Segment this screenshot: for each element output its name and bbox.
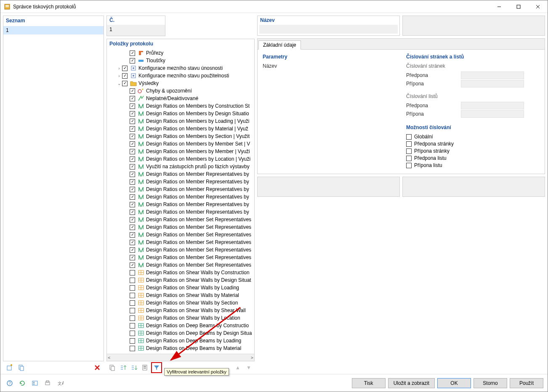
tree-item[interactable]: Design Ratios on Member Representatives … [107,208,254,216]
sheet-suffix-input[interactable] [461,110,524,118]
tree-item[interactable]: Design Ratios on Shear Walls by Material [107,291,254,299]
filter-button[interactable] [151,362,162,373]
tree-item[interactable]: Neplatné/Deaktivované [107,95,254,102]
tree-item[interactable]: ⌄Výsledky [107,79,254,87]
tree-item[interactable]: Design Ratios on Member Set Representati… [107,261,254,269]
move-down-button[interactable]: ▼ [244,363,254,373]
tree-item[interactable]: Design Ratios on Members by Design Situa… [107,110,254,117]
refresh-button[interactable] [17,378,27,388]
horizontal-scrollbar[interactable]: < > [107,354,254,361]
tree-checkbox[interactable] [130,134,135,139]
tree-body[interactable]: PrůřezyTloušťky›Konfigurace mezního stav… [107,49,254,354]
opt-sheet-prefix-chk[interactable] [406,156,412,161]
tree-item[interactable]: Design Ratios on Member Representatives … [107,185,254,193]
tree-item[interactable]: Design Ratios on Members by Material | V… [107,125,254,132]
tree-checkbox[interactable] [130,270,135,275]
tree-checkbox[interactable] [130,209,135,215]
tree-item[interactable]: Design Ratios on Deep Beams by Loading [107,337,254,344]
opt-page-suffix-chk[interactable] [406,148,412,154]
page-prefix-input[interactable] [461,72,524,79]
opt-global-chk[interactable] [406,134,412,140]
tree-item[interactable]: Design Ratios on Shear Walls by Design S… [107,276,254,284]
tree-item[interactable]: ›Konfigurace mezního stavu únosnosti [107,64,254,72]
name-input[interactable] [259,25,398,34]
tree-checkbox[interactable] [130,323,135,328]
page-suffix-input[interactable] [461,80,524,87]
copy-button[interactable] [16,363,27,373]
tree-item[interactable]: Využití na zástupcích prutů po fázích vý… [107,163,254,170]
print-button[interactable]: Tisk [352,378,386,388]
tree-item[interactable]: ›Konfigurace mezního stavu použitelnosti [107,72,254,79]
tree-checkbox[interactable] [130,285,135,291]
tree-checkbox[interactable] [130,346,135,351]
params-name-input[interactable] [263,72,380,80]
tree-item[interactable]: Design Ratios on Member Set Representati… [107,238,254,246]
maximize-button[interactable] [509,0,528,13]
tree-checkbox[interactable] [130,278,135,283]
toolbar-btn-3[interactable] [129,363,139,373]
toolbar-btn-2[interactable] [118,363,128,373]
tree-checkbox[interactable] [130,88,135,94]
opt-sheet-suffix-chk[interactable] [406,163,412,168]
tree-item[interactable]: Design Ratios on Member Set Representati… [107,216,254,223]
tree-checkbox[interactable] [122,81,128,86]
tree-checkbox[interactable] [130,308,135,313]
tree-item[interactable]: Design Ratios on Deep Beams by Material [107,344,254,352]
list-item[interactable]: 1 [3,26,104,34]
tree-item[interactable]: Design Ratios on Member Set Representati… [107,246,254,254]
expand-icon[interactable]: ⌄ [116,81,122,86]
tree-checkbox[interactable] [130,149,135,154]
opt-page-prefix-chk[interactable] [406,141,412,147]
tree-checkbox[interactable] [130,187,135,192]
tree-checkbox[interactable] [130,255,135,260]
tree-item[interactable]: Design Ratios on Member Set Representati… [107,231,254,238]
tree-checkbox[interactable] [130,262,135,268]
tree-item[interactable]: Design Ratios on Members by Location | V… [107,155,254,163]
move-up-button[interactable]: ▲ [233,363,243,373]
tree-checkbox[interactable] [130,96,135,101]
tree-checkbox[interactable] [130,194,135,200]
tree-item[interactable]: Design Ratios on Shear Walls by Loading [107,284,254,291]
tree-item[interactable]: Design Ratios on Members by Loading | Vy… [107,117,254,125]
tree-checkbox[interactable] [130,217,135,222]
tree-checkbox[interactable] [130,58,135,64]
tree-checkbox[interactable] [130,247,135,253]
save-show-button[interactable]: Uložit a zobrazit [388,378,435,388]
new-button[interactable] [5,363,15,373]
tree-checkbox[interactable] [122,66,128,71]
tree-item[interactable]: Chyby & upozornění [107,87,254,95]
tree-item[interactable]: Design Ratios on Member Set Representati… [107,223,254,231]
tree-item[interactable]: Design Ratios on Member Representatives … [107,193,254,201]
tree-checkbox[interactable] [130,315,135,321]
tree-item[interactable]: Design Ratios on Members by Member Set |… [107,140,254,148]
toolbar-btn-1[interactable] [107,363,117,373]
tree-checkbox[interactable] [130,232,135,238]
tree-checkbox[interactable] [130,172,135,177]
tree-item[interactable]: Design Ratios on Shear Walls by Location [107,314,254,322]
tree-checkbox[interactable] [130,300,135,306]
tree-checkbox[interactable] [130,293,135,298]
tree-checkbox[interactable] [130,141,135,147]
tree-item[interactable]: Design Ratios on Members by Section | Vy… [107,132,254,140]
language-button[interactable]: 文A [55,378,65,388]
sheet-prefix-input[interactable] [461,102,524,109]
tree-checkbox[interactable] [130,50,135,56]
tree-checkbox[interactable] [130,119,135,124]
tree-checkbox[interactable] [130,202,135,207]
apply-button[interactable]: Použít [510,378,543,388]
tree-checkbox[interactable] [130,225,135,230]
tree-item[interactable]: Design Ratios on Deep Beams by Construct… [107,322,254,329]
tree-item[interactable]: Design Ratios on Members by Construction… [107,102,254,110]
tree-item[interactable]: Design Ratios on Deep Beams by Design Si… [107,329,254,337]
tree-checkbox[interactable] [130,179,135,185]
tree-checkbox[interactable] [130,338,135,344]
tree-item[interactable]: Design Ratios on Member Representatives … [107,170,254,178]
tree-checkbox[interactable] [122,73,128,79]
ok-button[interactable]: OK [437,378,471,388]
tree-item[interactable]: Design Ratios on Shear Walls by Shear Wa… [107,307,254,314]
help-button[interactable]: ? [5,378,15,388]
tree-item[interactable]: Design Ratios on Shear Walls by Construc… [107,269,254,276]
tree-checkbox[interactable] [130,331,135,336]
close-button[interactable] [528,0,548,13]
expand-icon[interactable]: › [116,66,122,71]
